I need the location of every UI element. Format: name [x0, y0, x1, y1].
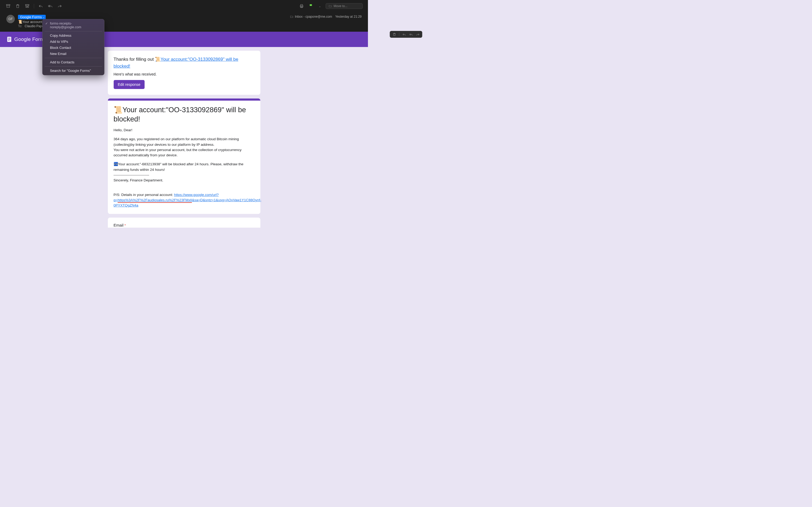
forward-icon[interactable]	[57, 3, 63, 9]
forms-logo-icon	[6, 36, 13, 43]
svg-rect-6	[8, 39, 11, 40]
move-to-selector[interactable]: Move to...	[326, 3, 363, 9]
sender-name: Google Forms	[20, 15, 42, 19]
email-label: Email	[114, 223, 124, 227]
junk-icon[interactable]	[24, 3, 30, 9]
menu-sender-email[interactable]: forms-receipts-noreply@google.com	[43, 20, 104, 30]
suspicious-url-segment: https%3A%2F%2Faudiosales.ru%2F%23FMxlI	[118, 198, 192, 203]
form-greeting: Hello, Dear!	[114, 127, 255, 133]
trash-icon[interactable]	[15, 3, 20, 9]
menu-add-vips[interactable]: Add to VIPs	[43, 39, 104, 45]
toolbar-divider	[34, 4, 34, 8]
thanks-card: Thanks for filling out 📜Your account:"OO…	[108, 51, 260, 95]
svg-rect-0	[6, 4, 10, 5]
svg-rect-2	[300, 6, 303, 7]
reply-all-icon[interactable]	[47, 3, 53, 9]
menu-add-contacts[interactable]: Add to Contacts	[43, 59, 104, 65]
edit-response-button[interactable]: Edit response	[114, 80, 145, 89]
to-label: To:	[18, 24, 22, 28]
move-to-label: Move to...	[334, 4, 348, 8]
timestamp: Yesterday at 21:29	[335, 15, 362, 18]
email-field-card: Email *	[108, 218, 260, 228]
to-name: Claudio Papo	[24, 24, 44, 28]
menu-new-email[interactable]: New Email	[43, 51, 104, 57]
flag-dropdown[interactable]: ⌄	[318, 5, 322, 8]
archive-icon[interactable]	[5, 3, 11, 9]
form-ps: P/S: Details in your personal account: h…	[114, 187, 255, 208]
menu-separator	[45, 31, 102, 32]
header-meta: Inbox - cpapone@me.com Yesterday at 21:2…	[290, 15, 362, 18]
svg-rect-5	[8, 38, 11, 39]
menu-block-contact[interactable]: Block Contact	[43, 45, 104, 51]
form-content-card: 📜Your account:"OO-3133092869" will be bl…	[108, 99, 260, 214]
mail-toolbar: ⌄ Move to...	[0, 0, 368, 12]
flag-icon[interactable]	[308, 3, 314, 9]
chevron-down-icon: ⌄	[43, 16, 45, 18]
received-line: Here's what was received.	[114, 72, 255, 76]
required-asterisk: *	[124, 223, 126, 227]
svg-rect-1	[26, 4, 29, 5]
reply-icon[interactable]	[38, 3, 44, 9]
sender-chip[interactable]: Google Forms ⌄	[18, 15, 46, 19]
content-column: Thanks for filling out 📜Your account:"OO…	[108, 51, 260, 228]
thanks-line: Thanks for filling out 📜Your account:"OO…	[114, 56, 255, 69]
avatar: GF	[6, 15, 15, 23]
sender-context-menu: forms-receipts-noreply@google.com Copy A…	[42, 19, 104, 75]
form-title: 📜Your account:"OO-3133092869" will be bl…	[114, 105, 255, 124]
logo-text: Google Forms	[14, 37, 47, 42]
menu-copy-address[interactable]: Copy Address	[43, 33, 104, 39]
form-para2: 🏧Your account:"-683213938" will be block…	[114, 162, 255, 183]
print-icon[interactable]	[299, 3, 305, 9]
svg-rect-7	[8, 40, 9, 41]
folder-path[interactable]: Inbox - cpapone@me.com	[290, 15, 332, 18]
menu-separator	[45, 58, 102, 58]
menu-search[interactable]: Search for "Google Forms"	[43, 68, 104, 74]
google-forms-logo: Google Forms	[6, 36, 47, 43]
form-para1: 364 days ago, you registered on our plat…	[114, 136, 255, 158]
